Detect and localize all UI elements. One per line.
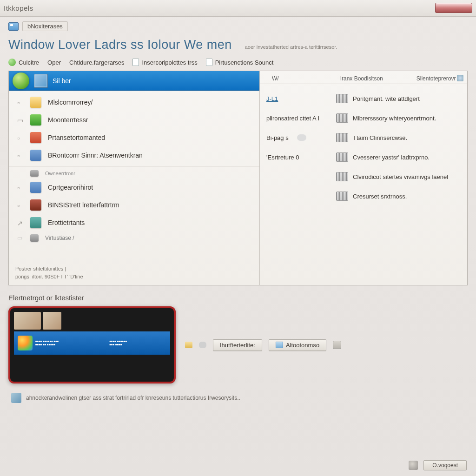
- bullet-icon: ▭: [17, 235, 24, 241]
- bottom-section: Elertnetrgot or lktestister ■■■■ ■■■■■■ …: [8, 294, 468, 403]
- selected-header[interactable]: Sil ber: [9, 71, 259, 91]
- left-pane: Sil ber ▫Mlslcomrrorrey/ ▭Moonterrtessr …: [9, 71, 260, 285]
- grid-icon: [336, 192, 348, 201]
- tab-col2[interactable]: Iranx Boodisitson: [337, 73, 386, 84]
- bullet-icon: ▫: [17, 152, 24, 159]
- footer-line: pongs: iltorr. 90S0F I T' 'D'line: [15, 273, 253, 281]
- list-item[interactable]: ▫BRontcorrr Sinnr: Atsenwentkran: [9, 146, 259, 164]
- document-icon: [132, 59, 139, 66]
- link-label: Cvesserer yastsr' ladtrxprno.: [353, 154, 430, 161]
- app-gray-icon: [30, 170, 39, 177]
- link-item[interactable]: Mibrersssory whteryoenrtrnont.: [336, 108, 461, 128]
- list-item[interactable]: ▫BINSIStrett lretterfattrtrm: [9, 196, 259, 214]
- btn-label: Altootonmso: [286, 342, 319, 349]
- link-column-right: Poritgmant. wite attdlgert Mibrersssory …: [336, 89, 461, 280]
- footer-bar: O.voqoest: [9, 460, 467, 470]
- link-item[interactable]: Cvesserer yastsr' ladtrxprno.: [336, 147, 461, 167]
- item-label: Mlslcomrrorrey/: [48, 99, 93, 106]
- app-green-icon: [30, 114, 41, 126]
- link-label: Ttaim Clinrisercwse.: [353, 134, 407, 141]
- link-item[interactable]: J-L1: [266, 89, 336, 108]
- action-button-1[interactable]: Ihutfterterlite:: [213, 339, 262, 351]
- list-item[interactable]: ▫Prtansetortomanted: [9, 129, 259, 146]
- toolbar-label: Pirtusenctions Sounct: [215, 59, 274, 66]
- tab-col1[interactable]: W/: [269, 73, 282, 84]
- bullet-icon: ↗: [17, 219, 24, 226]
- right-pane: W/ Iranx Boodisitson Sllentoteprerovr J-…: [260, 71, 467, 285]
- bullet-icon: ▫: [17, 202, 24, 208]
- selected-label: Sil ber: [53, 77, 71, 85]
- document-icon: [206, 59, 212, 66]
- footer-line: Postrer shtettitonittes |: [15, 265, 253, 273]
- action-button-2[interactable]: Altootonmso: [269, 339, 326, 351]
- list-item[interactable]: Owneerrtronr: [9, 168, 259, 178]
- gear-icon[interactable]: [457, 75, 463, 81]
- list-item[interactable]: ▫Cprtgearorihirot: [9, 178, 259, 196]
- item-label: Cprtgearorihirot: [48, 184, 93, 191]
- close-button[interactable]: [435, 3, 472, 13]
- link-item[interactable]: Cresurset srxtrnoss.: [336, 186, 461, 206]
- item-label: Moonterrtessr: [48, 116, 88, 124]
- toolbar-label: Culcitre: [19, 59, 39, 66]
- breadcrumb-link[interactable]: bNoxiterases: [22, 21, 68, 31]
- bullet-icon: [17, 170, 24, 177]
- item-label: Erottietrtants: [48, 219, 85, 226]
- breadcrumb: bNoxiterases: [8, 21, 468, 31]
- preview-bar: ■■■■ ■■■■■■ ■■■■■■■ ■■ ■■■■■ ■■■■ ■■■■■■…: [14, 331, 170, 355]
- action-buttons: Ihutfterterlite: Altootonmso: [185, 339, 341, 351]
- grid-icon: [336, 113, 348, 123]
- tab-col3[interactable]: Sllentoteprerovr: [414, 73, 459, 84]
- page-subtitle: aoer investatherted artres-a terittirrse…: [245, 44, 337, 50]
- list-item[interactable]: ▭Moonterrtessr: [9, 111, 259, 129]
- btn-label: Ihutfterterlite:: [220, 342, 255, 349]
- list-item[interactable]: ▭Virtustiase /: [9, 231, 259, 245]
- item-label: Virtustiase /: [45, 235, 74, 241]
- toolbar-item-3[interactable]: Insercoripolcttes trss: [132, 59, 197, 66]
- link-item[interactable]: plironsatred cttet A I: [266, 108, 336, 128]
- list-item[interactable]: ↗Erottietrtants: [9, 214, 259, 231]
- preview-top: [14, 312, 170, 330]
- grid-icon: [336, 133, 348, 142]
- preview-text: ■■■■ ■■■■■■■■■ ■■■■: [110, 340, 171, 346]
- app-teal-icon: [30, 217, 41, 228]
- divider: [103, 334, 103, 352]
- status-text: ahnockerandwelinen gtser ass strat fortr…: [26, 395, 240, 401]
- link-item[interactable]: Poritgmant. wite attdlgert: [336, 89, 461, 108]
- section-label: Elertnetrgot or lktestister: [8, 294, 468, 302]
- item-list: ▫Mlslcomrrorrey/ ▭Moonterrtessr ▫Prtanse…: [9, 91, 259, 261]
- link-item[interactable]: Clvirodicot sitertes vivamivgs laenel: [336, 167, 461, 186]
- toolbar-item-2[interactable]: Chtldure.fargerarses: [69, 59, 125, 66]
- bullet-icon: ▭: [17, 117, 24, 123]
- folder-icon: [30, 97, 41, 108]
- app-blue-icon: [30, 150, 41, 161]
- options-button[interactable]: [333, 341, 341, 349]
- thumb-icon: [43, 312, 61, 330]
- link-label: Mibrersssory whteryoenrtrnont.: [353, 115, 436, 122]
- link-column-left: J-L1 plironsatred cttet A I Bi-pag s 'Es…: [266, 89, 336, 280]
- titlebar: Itkkopels: [0, 0, 476, 17]
- link-item[interactable]: 'Esrtreture 0: [266, 147, 336, 167]
- grid-icon: [336, 94, 348, 103]
- link-label: J-L1: [266, 95, 278, 102]
- preview-thumbnail[interactable]: ■■■■ ■■■■■■ ■■■■■■■ ■■ ■■■■■ ■■■■ ■■■■■■…: [8, 306, 176, 383]
- title-row: Window Lover Ladrs ss Iolour We men aoer…: [8, 38, 468, 52]
- list-item[interactable]: ▫Mlslcomrrorrey/: [9, 93, 259, 111]
- toolbar-label: Oper: [47, 59, 61, 66]
- link-item[interactable]: Bi-pag s: [266, 128, 336, 147]
- footer-button[interactable]: O.voqoest: [423, 460, 467, 470]
- item-label: BINSIStrett lretterfattrtrm: [48, 201, 119, 209]
- toolbar-item-0[interactable]: Culcitre: [8, 59, 39, 66]
- divider: [9, 166, 259, 166]
- folder-icon: [185, 342, 192, 348]
- cloud-icon: [199, 342, 206, 348]
- toolbar-label: Insercoripolcttes trss: [142, 59, 197, 66]
- globe-icon: [8, 59, 16, 66]
- toolbar-item-4[interactable]: Pirtusenctions Sounct: [206, 59, 274, 66]
- link-item[interactable]: Ttaim Clinrisercwse.: [336, 128, 461, 147]
- tile-icon: [276, 342, 283, 348]
- globe-icon: [13, 73, 29, 89]
- link-label: plironsatred cttet A I: [266, 115, 319, 122]
- top-section: bNoxiterases Window Lover Ladrs ss Iolou…: [0, 17, 476, 71]
- tab-row: W/ Iranx Boodisitson Sllentoteprerovr: [260, 71, 467, 84]
- toolbar-item-1[interactable]: Oper: [47, 59, 61, 66]
